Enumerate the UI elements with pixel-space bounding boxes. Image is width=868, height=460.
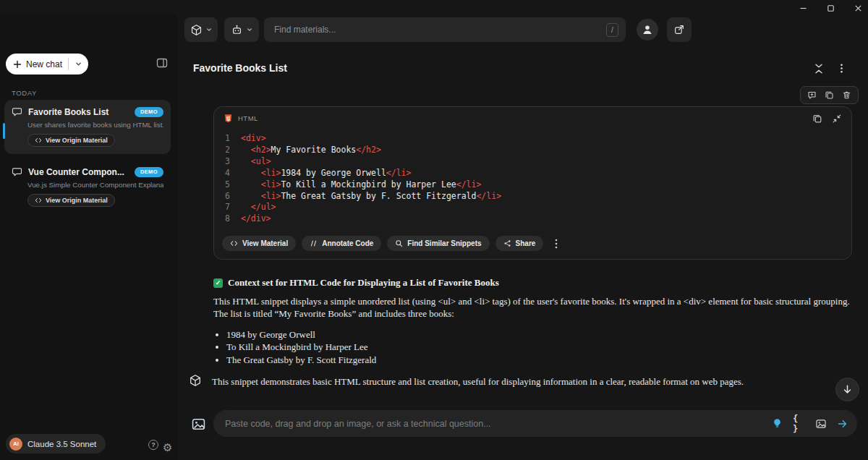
list-item: 1984 by George Orwell bbox=[226, 328, 376, 341]
scroll-to-bottom-button[interactable] bbox=[835, 378, 859, 401]
copilot-robot-icon bbox=[231, 24, 243, 36]
demo-badge: DEMO bbox=[135, 167, 163, 177]
chat-bubble-icon bbox=[12, 106, 22, 117]
view-origin-material-button[interactable]: View Origin Material bbox=[27, 194, 115, 207]
minimize-icon[interactable] bbox=[797, 2, 809, 14]
chat-list: Favorite Books List DEMO User shares fav… bbox=[4, 100, 171, 214]
code-icon bbox=[230, 239, 238, 247]
message-closing: This snippet demonstrates basic HTML str… bbox=[212, 376, 848, 388]
chat-bubble-icon bbox=[12, 166, 22, 177]
demo-badge: DEMO bbox=[135, 107, 163, 117]
chevron-down-icon bbox=[206, 27, 212, 33]
copilot-menu-button[interactable] bbox=[224, 17, 259, 42]
model-selector[interactable]: AI Claude 3.5 Sonnet bbox=[6, 434, 106, 453]
pieces-menu-button[interactable] bbox=[184, 17, 218, 42]
new-chat-label: New chat bbox=[26, 59, 62, 69]
annotate-icon[interactable] bbox=[807, 90, 817, 100]
check-icon: ✓ bbox=[213, 278, 223, 288]
book-list: 1984 by George Orwell To Kill a Mockingb… bbox=[226, 328, 376, 366]
person-icon bbox=[641, 23, 654, 36]
chat-title: Vue Counter Compon... bbox=[28, 167, 129, 177]
cube-logo-icon bbox=[190, 24, 203, 36]
code-braces-icon[interactable]: { } bbox=[793, 417, 805, 430]
search-icon bbox=[395, 239, 403, 247]
app-window: New chat TODAY Favorite Books List DEMO … bbox=[0, 0, 868, 460]
divider bbox=[68, 58, 69, 70]
help-icon[interactable]: ? bbox=[148, 440, 158, 450]
sidebar-collapse-icon[interactable] bbox=[156, 56, 169, 69]
copy-icon[interactable] bbox=[825, 90, 834, 100]
today-section-label: TODAY bbox=[12, 89, 37, 97]
search-bar: / bbox=[264, 17, 626, 42]
open-external-icon bbox=[673, 24, 685, 35]
code-icon bbox=[35, 197, 42, 204]
titlebar bbox=[0, 0, 868, 14]
collapse-code-icon[interactable] bbox=[832, 114, 842, 124]
message-input[interactable] bbox=[225, 419, 762, 429]
chat-subtitle: Vue.js Simple Counter Component Explanat… bbox=[27, 181, 163, 189]
active-indicator bbox=[3, 123, 5, 139]
chevron-down-icon[interactable] bbox=[72, 61, 85, 67]
origin-pill-label: View Origin Material bbox=[46, 137, 108, 144]
chevron-down-icon bbox=[247, 27, 252, 33]
find-similar-snippets-button[interactable]: Find Similar Snippets bbox=[387, 236, 489, 251]
page-title: Favorite Books List bbox=[193, 62, 287, 74]
chat-title: Favorite Books List bbox=[28, 107, 129, 117]
maximize-icon[interactable] bbox=[825, 2, 836, 14]
list-item: The Great Gatsby by F. Scott Fitzgerald bbox=[226, 354, 376, 366]
code-card-header: HTML bbox=[214, 107, 851, 129]
slash-shortcut-key: / bbox=[606, 23, 618, 37]
claude-logo-icon: AI bbox=[9, 438, 22, 451]
arrow-down-icon bbox=[842, 384, 853, 395]
delete-icon[interactable] bbox=[842, 90, 851, 100]
context-set-row: ✓ Context set for HTML Code for Displayi… bbox=[213, 277, 499, 289]
snippet-toolbar bbox=[800, 86, 859, 104]
annotate-code-button[interactable]: Annotate Code bbox=[302, 236, 381, 251]
open-external-button[interactable] bbox=[667, 17, 692, 42]
lightbulb-icon[interactable] bbox=[771, 417, 783, 430]
chat-item-vue-counter[interactable]: Vue Counter Compon... DEMO Vue.js Simple… bbox=[4, 160, 171, 214]
share-icon bbox=[503, 239, 511, 247]
message-input-bar: { } bbox=[213, 410, 857, 437]
conversation-menu-kebab-icon[interactable] bbox=[836, 63, 849, 76]
plus-icon bbox=[13, 60, 22, 69]
chat-subtitle: User shares favorite books using HTML li… bbox=[27, 121, 163, 129]
image-icon[interactable] bbox=[814, 417, 827, 430]
collapse-conversation-icon[interactable] bbox=[813, 63, 826, 76]
more-actions-kebab-icon[interactable] bbox=[550, 238, 562, 250]
code-lines[interactable]: 1<div>2 <h2>My Favorite Books</h2>3 <ul>… bbox=[214, 129, 851, 231]
context-note: Context set for HTML Code for Displaying… bbox=[228, 277, 499, 289]
origin-pill-label: View Origin Material bbox=[46, 197, 108, 204]
close-icon[interactable] bbox=[852, 2, 864, 14]
html5-icon bbox=[224, 114, 233, 124]
copy-code-icon[interactable] bbox=[812, 114, 822, 124]
main-area: / Favorite Books List HTML bbox=[177, 14, 868, 460]
share-button[interactable]: Share bbox=[495, 236, 544, 251]
view-material-button[interactable]: View Material bbox=[222, 236, 296, 251]
view-origin-material-button[interactable]: View Origin Material bbox=[27, 134, 115, 147]
slashes-icon bbox=[310, 239, 318, 247]
code-actions: View Material Annotate Code Find Similar… bbox=[214, 231, 851, 259]
assistant-cube-logo-icon bbox=[189, 374, 202, 387]
list-item: To Kill a Mockingbird by Harper Lee bbox=[226, 341, 376, 353]
code-language-label: HTML bbox=[238, 114, 803, 122]
code-snippet-card: HTML 1<div>2 <h2>My Favorite Books</h2>3… bbox=[213, 106, 852, 260]
window-controls bbox=[797, 2, 864, 14]
new-chat-button[interactable]: New chat bbox=[6, 54, 88, 74]
search-input[interactable] bbox=[274, 25, 606, 35]
sidebar: New chat TODAY Favorite Books List DEMO … bbox=[0, 14, 177, 460]
message-paragraph: This HTML snippet displays a simple unor… bbox=[213, 295, 851, 320]
model-name: Claude 3.5 Sonnet bbox=[27, 440, 96, 448]
settings-gear-icon[interactable]: ⚙ bbox=[163, 442, 172, 453]
chat-item-favorite-books[interactable]: Favorite Books List DEMO User shares fav… bbox=[4, 100, 171, 154]
user-avatar[interactable] bbox=[637, 19, 658, 41]
code-icon bbox=[35, 137, 42, 144]
add-image-icon[interactable] bbox=[191, 417, 206, 432]
send-icon[interactable] bbox=[836, 417, 848, 430]
